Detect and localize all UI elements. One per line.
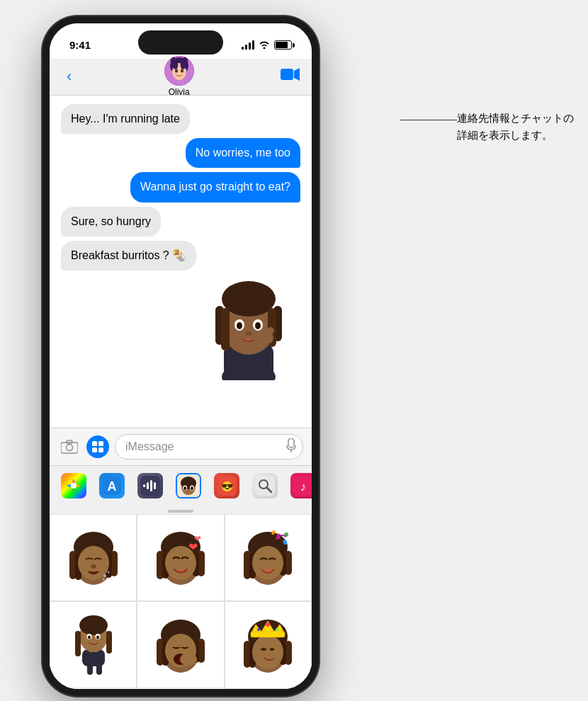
svg-point-22 (245, 331, 252, 336)
memoji-sticker (203, 278, 295, 377)
svg-rect-15 (221, 308, 230, 350)
svg-point-120 (261, 648, 266, 651)
bubble-received-4[interactable]: Sure, so hungry (61, 207, 161, 236)
mic-icon[interactable] (286, 438, 296, 455)
photos-app-icon[interactable] (61, 473, 86, 498)
effects-icon[interactable]: 😎 (214, 473, 239, 498)
svg-point-124 (266, 622, 270, 627)
svg-point-26 (254, 337, 262, 346)
message-input-wrapper: iMessage (115, 434, 303, 460)
svg-rect-34 (288, 438, 294, 448)
svg-point-68 (107, 571, 109, 574)
status-icons (242, 40, 292, 51)
phone-frame: 9:41 (43, 16, 319, 696)
dynamic-island (138, 30, 223, 55)
svg-point-28 (67, 444, 73, 450)
svg-point-85 (252, 546, 283, 580)
svg-rect-29 (67, 440, 72, 443)
annotation: 連絡先情報とチャットの 詳細を表示します。 (400, 110, 574, 144)
svg-point-121 (270, 648, 274, 651)
video-call-button[interactable] (281, 67, 300, 86)
message-row-5: Breakfast burritos ? 🌯 (61, 241, 300, 270)
svg-marker-8 (294, 68, 300, 81)
annotation-text-line1: 連絡先情報とチャットの (457, 110, 574, 127)
svg-rect-44 (154, 482, 156, 489)
svg-rect-30 (92, 441, 97, 446)
signal-bars-icon (242, 41, 254, 50)
nav-bar: ‹ (50, 59, 312, 96)
svg-point-5 (175, 69, 178, 73)
apps-button[interactable] (86, 435, 109, 458)
contact-header[interactable]: Olivia (164, 56, 194, 97)
message-row-2: No worries, me too (61, 138, 300, 168)
svg-rect-33 (98, 448, 103, 452)
svg-text:❤: ❤ (194, 534, 201, 544)
bubble-received-5[interactable]: Breakfast burritos ? 🌯 (61, 241, 196, 270)
svg-rect-7 (281, 69, 293, 80)
avatar (164, 56, 194, 86)
app-icons-row: A (50, 466, 312, 506)
svg-rect-123 (251, 632, 285, 637)
svg-rect-97 (106, 631, 112, 654)
audio-waves-icon[interactable] (137, 473, 163, 498)
memoji-sticker-message (61, 278, 300, 377)
svg-point-66 (91, 564, 96, 569)
svg-point-126 (276, 628, 278, 631)
input-area: iMessage (50, 428, 312, 465)
appstore-icon[interactable]: A (99, 473, 125, 498)
camera-button[interactable] (58, 435, 81, 458)
annotation-text-line2: 詳細を表示します。 (457, 127, 574, 144)
svg-rect-32 (92, 448, 97, 452)
svg-rect-43 (150, 480, 152, 491)
svg-point-51 (191, 486, 193, 490)
back-button[interactable]: ‹ (61, 64, 77, 89)
svg-rect-41 (143, 484, 145, 487)
battery-icon (274, 40, 292, 50)
svg-text:😎: 😎 (221, 481, 234, 493)
svg-point-95 (79, 615, 108, 635)
status-time: 9:41 (69, 39, 91, 51)
memoji-icon[interactable] (176, 473, 201, 498)
sticker-2[interactable]: ❤ ❤ (137, 514, 224, 601)
sticker-1[interactable] (50, 514, 137, 601)
svg-point-25 (267, 327, 274, 334)
bubble-sent-2[interactable]: No worries, me too (186, 138, 300, 168)
svg-point-125 (257, 628, 260, 631)
app-drawer: A (50, 465, 312, 689)
music-icon[interactable]: ♪ (290, 473, 312, 498)
sticker-6[interactable] (225, 601, 312, 688)
svg-point-13 (222, 281, 276, 317)
input-row: iMessage (58, 434, 303, 460)
svg-point-6 (181, 69, 183, 73)
svg-point-20 (237, 322, 242, 329)
svg-point-37 (71, 483, 77, 489)
svg-rect-31 (98, 441, 103, 446)
message-input-field[interactable]: iMessage (115, 434, 303, 460)
svg-point-112 (187, 649, 194, 656)
input-placeholder: iMessage (125, 440, 174, 453)
svg-point-67 (103, 574, 106, 577)
message-row-1: Hey... I'm running late (61, 104, 300, 134)
sticker-grid: ❤ ❤ (50, 514, 312, 689)
sticker-3[interactable] (225, 514, 312, 601)
svg-text:♪: ♪ (300, 480, 307, 494)
wifi-icon (259, 40, 270, 51)
phone-wrapper: 9:41 (43, 16, 319, 696)
svg-point-50 (183, 486, 186, 490)
bubble-sent-3[interactable]: Wanna just go straight to eat? (130, 172, 300, 202)
svg-point-101 (96, 635, 99, 639)
side-button-right (317, 179, 319, 236)
search-app-icon[interactable] (252, 473, 278, 498)
svg-point-119 (252, 635, 283, 669)
drawer-handle (168, 510, 193, 513)
bubble-received-1[interactable]: Hey... I'm running late (61, 104, 190, 134)
sticker-5[interactable] (137, 601, 224, 688)
phone-screen: 9:41 (50, 23, 312, 689)
message-row-3: Wanna just go straight to eat? (61, 172, 300, 202)
message-row-4: Sure, so hungry (61, 207, 300, 236)
messages-area: Hey... I'm running late No worries, me t… (50, 96, 312, 428)
svg-rect-42 (147, 482, 149, 489)
svg-rect-96 (75, 631, 81, 656)
sticker-4[interactable] (50, 601, 137, 688)
svg-point-100 (88, 635, 91, 639)
